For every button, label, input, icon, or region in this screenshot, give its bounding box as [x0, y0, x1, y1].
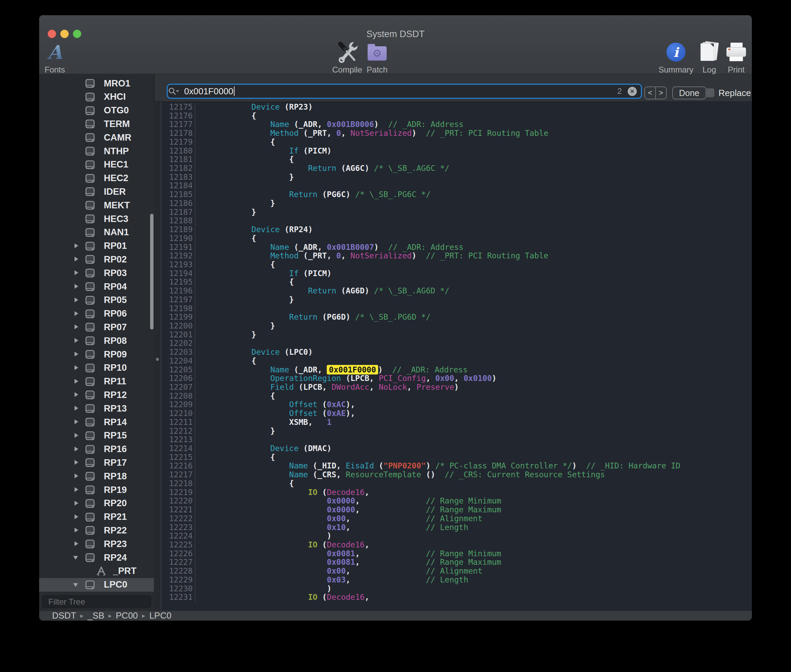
code-line[interactable]: 12189 Device (RP24)	[161, 226, 752, 234]
sidebar-item-rp06[interactable]: RP06	[39, 307, 154, 321]
sidebar-item-xhci[interactable]: XHCI	[39, 90, 154, 104]
sidebar-item-rp20[interactable]: RP20	[39, 497, 154, 510]
code-line[interactable]: 12225 IO (Decode16,	[161, 541, 752, 549]
chevron-right-icon[interactable]	[75, 284, 78, 289]
sidebar-item-rp01[interactable]: RP01	[39, 239, 154, 253]
chevron-right-icon[interactable]	[75, 352, 78, 357]
chevron-right-icon[interactable]	[75, 514, 78, 519]
code-line[interactable]: 12183 }	[161, 173, 752, 182]
split-divider[interactable]	[154, 102, 161, 610]
code-line[interactable]: 12215 {	[161, 453, 752, 462]
clear-search-button[interactable]: ✕	[628, 87, 637, 96]
sidebar-item-rp24[interactable]: RP24	[39, 551, 154, 565]
code-line[interactable]: 12211 XSMB, 1	[161, 418, 752, 427]
code-line[interactable]: 12216 Name (_HID, EisaId ("PNP0200") /* …	[161, 462, 752, 470]
code-line[interactable]: 12201 }	[161, 331, 752, 339]
code-line[interactable]: 12229 0x03, // Length	[161, 576, 752, 584]
sidebar-item-rp10[interactable]: RP10	[39, 361, 154, 375]
code-line[interactable]: 12231 IO (Decode16,	[161, 593, 752, 602]
code-line[interactable]: 12213	[161, 435, 752, 444]
code-line[interactable]: 12182 Return (AG6C) /* \_SB_.AG6C */	[161, 164, 752, 173]
fonts-button[interactable]: A Fonts	[39, 40, 82, 75]
sidebar-item-rp23[interactable]: RP23	[39, 537, 154, 551]
replace-checkbox[interactable]	[705, 88, 714, 98]
code-line[interactable]: 12210 Offset (0xAE),	[161, 409, 752, 418]
code-line[interactable]: 12180 If (PICM)	[161, 147, 752, 155]
sidebar-item-rp03[interactable]: RP03	[39, 266, 154, 280]
sidebar-item-rp04[interactable]: RP04	[39, 280, 154, 293]
chevron-down-icon[interactable]	[73, 583, 78, 587]
code-line[interactable]: 12187 }	[161, 208, 752, 217]
sidebar-item-rp19[interactable]: RP19	[39, 483, 154, 497]
chevron-right-icon[interactable]	[75, 243, 78, 248]
chevron-right-icon[interactable]	[75, 338, 78, 343]
sidebar-item-lpc0[interactable]: LPC0	[39, 578, 154, 592]
code-line[interactable]: 12224 )	[161, 532, 752, 541]
sidebar-item-rp14[interactable]: RP14	[39, 415, 154, 429]
code-line[interactable]: 12221 0x0000, // Range Maximum	[161, 506, 752, 514]
chevron-right-icon[interactable]	[75, 325, 78, 329]
sidebar-item-rp08[interactable]: RP08	[39, 334, 154, 347]
sidebar-item-rp16[interactable]: RP16	[39, 443, 154, 456]
code-line[interactable]: 12220 0x0000, // Range Minimum	[161, 497, 752, 506]
code-line[interactable]: 12198	[161, 304, 752, 313]
code-line[interactable]: 12223 0x10, // Length	[161, 523, 752, 532]
find-next-button[interactable]: >	[656, 87, 666, 99]
code-line[interactable]: 12208 {	[161, 392, 752, 401]
code-line[interactable]: 12227 0x0081, // Range Maximum	[161, 558, 752, 567]
code-line[interactable]: 12205 Name (_ADR, 0x001F0000) // _ADR: A…	[161, 366, 752, 374]
sidebar-item-hec1[interactable]: HEC1	[39, 158, 154, 171]
sidebar-item-term[interactable]: TERM	[39, 117, 154, 131]
chevron-right-icon[interactable]	[75, 311, 78, 316]
sidebar-item-camr[interactable]: CAMR	[39, 131, 154, 144]
code-line[interactable]: 12185 Return (PG6C) /* \_SB_.PG6C */	[161, 190, 752, 199]
code-line[interactable]: 12202	[161, 339, 752, 348]
sidebar-item-rp11[interactable]: RP11	[39, 375, 154, 389]
chevron-right-icon[interactable]	[75, 298, 78, 302]
code-line[interactable]: 12195 {	[161, 278, 752, 286]
search-input[interactable]: 0x001F0000 2 ✕	[167, 84, 642, 99]
chevron-down-icon[interactable]	[73, 556, 78, 560]
code-line[interactable]: 12192 Method (_PRT, 0, NotSerialized) //…	[161, 251, 752, 261]
chevron-right-icon[interactable]	[75, 406, 78, 411]
patch-button[interactable]: ⚙ Patch	[350, 40, 404, 75]
sidebar-item-nan1[interactable]: NAN1	[39, 226, 154, 239]
code-line[interactable]: 12193 {	[161, 261, 752, 269]
done-button[interactable]: Done	[672, 86, 706, 99]
breadcrumb-item-lpc0[interactable]: LPC0	[149, 610, 171, 621]
code-line[interactable]: 12203 Device (LPC0)	[161, 348, 752, 357]
code-line[interactable]: 12218 {	[161, 479, 752, 488]
chevron-right-icon[interactable]	[75, 433, 78, 438]
sidebar-item-rp18[interactable]: RP18	[39, 469, 154, 483]
find-previous-button[interactable]: <	[645, 87, 655, 99]
code-line[interactable]: 12219 IO (Decode16,	[161, 488, 752, 497]
sidebar-item-rp12[interactable]: RP12	[39, 388, 154, 402]
code-line[interactable]: 12196 Return (AG6D) /* \_SB_.AG6D */	[161, 286, 752, 296]
sidebar-item-ider[interactable]: IDER	[39, 185, 154, 198]
code-line[interactable]: 12179 {	[161, 138, 752, 147]
chevron-right-icon[interactable]	[75, 446, 78, 451]
print-button[interactable]: Print	[709, 40, 752, 75]
sidebar-item-rp21[interactable]: RP21	[39, 510, 154, 524]
code-line[interactable]: 12175 Device (RP23)	[161, 103, 752, 112]
chevron-right-icon[interactable]	[75, 528, 78, 533]
code-line[interactable]: 12212 }	[161, 427, 752, 436]
sidebar-item-rp02[interactable]: RP02	[39, 253, 154, 266]
sidebar-item-rp15[interactable]: RP15	[39, 429, 154, 443]
sidebar-scrollbar-thumb[interactable]	[150, 214, 153, 330]
code-line[interactable]: 12207 Field (LPCB, DWordAcc, NoLock, Pre…	[161, 383, 752, 392]
sidebar-item-mro1[interactable]: MRO1	[39, 77, 154, 90]
sidebar-item-rp07[interactable]: RP07	[39, 320, 154, 334]
code-line[interactable]: 12191 Name (_ADR, 0x001B0007) // _ADR: A…	[161, 243, 752, 252]
chevron-right-icon[interactable]	[75, 460, 78, 465]
code-line[interactable]: 12194 If (PICM)	[161, 269, 752, 278]
code-line[interactable]: 12204 {	[161, 357, 752, 366]
chevron-right-icon[interactable]	[75, 419, 78, 424]
filter-tree-input[interactable]	[48, 597, 155, 607]
chevron-right-icon[interactable]	[75, 270, 78, 275]
code-line[interactable]: 12186 }	[161, 199, 752, 208]
sidebar-item-rp05[interactable]: RP05	[39, 293, 154, 307]
code-line[interactable]: 12176 {	[161, 112, 752, 120]
code-line[interactable]: 12209 Offset (0xAC),	[161, 400, 752, 409]
code-line[interactable]: 12230 )	[161, 584, 752, 594]
